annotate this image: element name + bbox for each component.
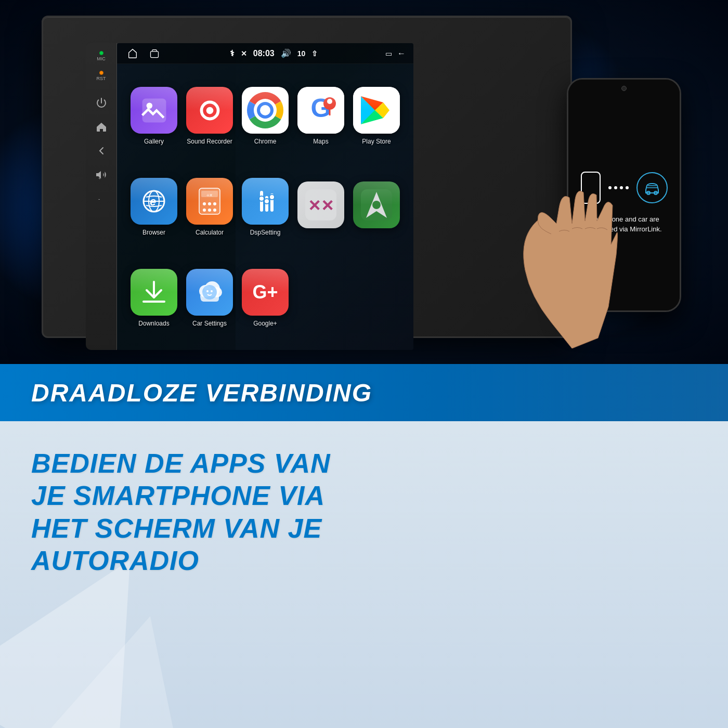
status-time: 08:03 [253, 49, 275, 58]
volume-icon: 🔊 [281, 48, 291, 58]
bluetooth-icon: ⚕ [230, 48, 235, 58]
gallery-icon [131, 87, 177, 134]
app-maps[interactable]: G Maps [297, 74, 345, 158]
svg-point-33 [264, 199, 269, 204]
svg-point-45 [211, 290, 213, 292]
svg-point-43 [202, 285, 217, 300]
svg-point-27 [213, 209, 216, 212]
svg-text:e: e [150, 195, 156, 208]
brightness-value: 10 [297, 49, 306, 58]
google-plus-label: Google+ [253, 320, 277, 327]
browser-label: Browser [142, 229, 165, 236]
nav-home-icon[interactable] [125, 46, 140, 61]
banner-section: DRAADLOZE VERBINDING [0, 364, 728, 421]
play-store-icon [353, 87, 400, 134]
svg-point-13 [323, 97, 336, 110]
app-browser[interactable]: e Browser [130, 165, 178, 249]
app-navigation[interactable] [353, 165, 400, 249]
side-controls-panel: MIC RST [86, 43, 117, 350]
gallery-label: Gallery [144, 138, 164, 145]
volume-up-button[interactable]: + [94, 167, 109, 182]
downloads-icon [131, 269, 177, 316]
app-calculator[interactable]: ÷× Calculator [186, 165, 233, 249]
home-button[interactable] [94, 120, 109, 134]
rst-dot [99, 71, 103, 75]
svg-point-26 [208, 209, 211, 212]
android-screen: ⚕ ✕ 08:03 🔊 10 ⇧ ▭ ← [117, 43, 413, 350]
svg-point-34 [269, 194, 275, 200]
signal-icon: ✕ [241, 49, 247, 58]
main-text-line3: HET SCHERM VAN JE [31, 512, 331, 544]
car-settings-label: Car Settings [192, 320, 227, 327]
status-bar: ⚕ ✕ 08:03 🔊 10 ⇧ ▭ ← [117, 43, 413, 64]
app-car-settings[interactable]: Car Settings [186, 256, 233, 340]
svg-rect-31 [270, 193, 274, 212]
svg-text:✕✕: ✕✕ [308, 197, 334, 214]
svg-point-4 [146, 102, 152, 108]
svg-point-6 [206, 107, 213, 114]
car-settings-icon [186, 269, 233, 316]
svg-point-23 [208, 202, 211, 205]
power-button[interactable] [94, 96, 109, 110]
svg-text:-: - [98, 196, 100, 202]
svg-point-25 [203, 209, 206, 212]
main-text-block: BEDIEN DE APPS VAN JE SMARTPHONE VIA HET… [31, 447, 331, 577]
maps-icon: G [297, 87, 344, 134]
app-play-store[interactable]: Play Store [353, 74, 400, 158]
svg-text:+: + [98, 175, 101, 181]
app-empty-2 [353, 256, 400, 340]
status-bar-nav [125, 46, 162, 61]
app-sound-recorder[interactable]: Sound Recorder [186, 74, 233, 158]
rst-label: RST [97, 76, 106, 81]
downloads-label: Downloads [138, 320, 169, 327]
app-chrome[interactable]: Chrome [241, 74, 289, 158]
svg-point-22 [203, 202, 206, 205]
dna-icon: ✕✕ [297, 181, 344, 228]
maps-label: Maps [313, 138, 328, 145]
mic-indicator: MIC [97, 51, 106, 61]
svg-text:G+: G+ [252, 281, 278, 303]
nav-recent-icon[interactable] [147, 46, 162, 61]
app-gallery[interactable]: Gallery [130, 74, 178, 158]
nav-back-icon[interactable]: ← [397, 49, 406, 58]
app-empty-1 [297, 256, 345, 340]
google-plus-icon: G+ [242, 269, 289, 316]
sound-recorder-label: Sound Recorder [187, 138, 232, 145]
svg-point-14 [327, 99, 332, 104]
main-text-line2: JE SMARTPHONE VIA [31, 479, 331, 512]
browser-icon: e [131, 178, 177, 225]
main-text-line4: AUTORADIO [31, 544, 331, 577]
status-bar-right: ▭ ← [385, 49, 406, 58]
chevron-up-icon: ⇧ [311, 49, 318, 58]
dsp-label: DspSetting [250, 229, 281, 236]
hand-wrapper [478, 47, 676, 348]
svg-text:÷×: ÷× [206, 192, 212, 198]
app-grid: Gallery Sound Recorder [117, 64, 413, 350]
svg-point-32 [259, 196, 264, 201]
sound-recorder-icon [186, 87, 233, 134]
status-bar-center: ⚕ ✕ 08:03 🔊 10 ⇧ [230, 48, 318, 58]
app-google-plus[interactable]: G+ Google+ [241, 256, 289, 340]
phone-container: Your phone and car are connected via Mir… [551, 78, 697, 348]
navigation-icon [353, 181, 400, 228]
rst-indicator: RST [97, 71, 106, 81]
banner-title: DRAADLOZE VERBINDING [31, 379, 372, 407]
volume-down-button[interactable]: - [94, 191, 109, 206]
svg-rect-2 [151, 51, 159, 57]
main-text-line1: BEDIEN DE APPS VAN [31, 447, 331, 479]
chrome-icon [242, 87, 289, 134]
svg-point-24 [213, 202, 216, 205]
calculator-icon: ÷× [186, 178, 233, 225]
window-icon: ▭ [385, 49, 392, 58]
app-dsp-setting[interactable]: DspSetting [241, 165, 289, 249]
app-dna[interactable]: ✕✕ [297, 165, 345, 249]
app-downloads[interactable]: Downloads [130, 256, 178, 340]
calculator-label: Calculator [196, 229, 224, 236]
svg-point-10 [260, 105, 270, 115]
play-store-label: Play Store [362, 138, 391, 145]
back-button[interactable] [94, 144, 109, 158]
top-section: MIC RST [0, 0, 728, 364]
svg-rect-21 [201, 191, 218, 197]
dsp-icon [242, 178, 289, 225]
svg-point-38 [372, 201, 381, 209]
